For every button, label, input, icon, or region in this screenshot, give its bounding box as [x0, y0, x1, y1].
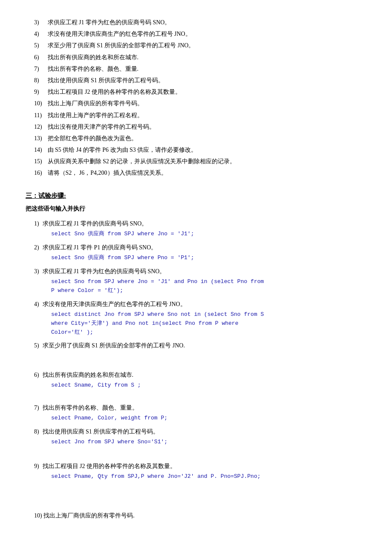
step-4: 4) 求没有使用天津供应商生产的红色零件的工程号 JNO。 select dis…: [26, 299, 366, 337]
step-1-code: select Sno 供应商 from SPJ where Jno = 'J1'…: [51, 230, 366, 239]
step-2-desc: 求供应工程 J1 零件 P1 的供应商号码 SNO。: [43, 244, 157, 251]
experiment-steps: 1) 求供应工程 J1 零件的供应商号码 SNO。 select Sno 供应商…: [26, 218, 366, 521]
step-4-code-line2: where City='天津') and Pno not in(select P…: [51, 319, 366, 328]
intro-item-8: 8) 找出使用供应商 S1 所供应零件的工程号码。: [34, 75, 366, 86]
step-4-desc: 求没有使用天津供应商生产的红色零件的工程号 JNO。: [43, 301, 186, 307]
subsection-title: 把这些语句输入并执行: [26, 203, 366, 214]
intro-num-14: 14): [34, 145, 46, 155]
step-10-desc: 找出上海厂商供应的所有零件号码.: [43, 512, 135, 519]
intro-item-13: 13) 把全部红色零件的颜色改为蓝色。: [34, 133, 366, 144]
intro-text-10: 找出上海厂商供应的所有零件号码。: [48, 100, 143, 107]
step-10: 10) 找出上海厂商供应的所有零件号码.: [26, 510, 366, 521]
step-7-num: 7): [26, 402, 41, 413]
intro-num-4: 4): [34, 29, 46, 39]
step-2: 2) 求供应工程 J1 零件 P1 的供应商号码 SNO。 select Sno…: [26, 242, 366, 263]
intro-num-11: 11): [34, 110, 46, 121]
intro-num-8: 8): [34, 75, 46, 86]
intro-text-6: 找出所有供应商的姓名和所在城市.: [48, 54, 139, 61]
step-5-desc: 求至少用了供应商 S1 所供应的全部零件的工程号 JNO.: [43, 342, 185, 349]
step-6-desc: 找出所有供应商的姓名和所在城市.: [43, 372, 134, 378]
intro-num-15: 15): [34, 156, 46, 167]
step-1-num: 1): [26, 218, 41, 229]
intro-list: 3) 求供应工程 J1 零件为红色的供应商号码 SNO。 4) 求没有使用天津供…: [26, 17, 366, 179]
intro-text-3: 求供应工程 J1 零件为红色的供应商号码 SNO。: [48, 19, 171, 26]
intro-item-9: 9) 找出工程项目 J2 使用的各种零件的名称及其数量。: [34, 87, 366, 97]
step-1-code-line1: select Sno 供应商 from SPJ where Jno = 'J1'…: [51, 231, 194, 237]
step-8-code: select Jno from SPJ where Sno='S1';: [51, 438, 366, 447]
step-8-num: 8): [26, 426, 41, 437]
step-9: 9) 找出工程项目 J2 使用的各种零件的名称及其数量。 select Pnam…: [26, 461, 366, 481]
step-1: 1) 求供应工程 J1 零件的供应商号码 SNO。 select Sno 供应商…: [26, 218, 366, 239]
step-7: 7) 找出所有零件的名称、颜色、重量。 select Pname, Color,…: [26, 402, 366, 423]
intro-item-11: 11) 找出使用上海产的零件的工程名程。: [34, 110, 366, 121]
step-9-code-line1: select Pname, Qty from SPJ,P where Jno='…: [51, 473, 260, 480]
intro-num-3: 3): [34, 17, 46, 28]
intro-text-4: 求没有使用天津供应商生产的红色零件的工程号 JNO。: [48, 31, 191, 37]
step-9-desc: 找出工程项目 J2 使用的各种零件的名称及其数量。: [43, 463, 176, 469]
step-8: 8) 找出使用供应商 S1 所供应零件的工程号码。 select Jno fro…: [26, 426, 366, 447]
step-9-num: 9): [26, 461, 41, 471]
step-3-code-line2: P where Color = '红');: [51, 286, 366, 295]
step-8-code-line1: select Jno from SPJ where Sno='S1';: [51, 439, 167, 445]
step-6-code-line1: select Sname, City from S ;: [51, 382, 141, 388]
intro-text-7: 找出所有零件的名称、颜色、重量.: [48, 66, 139, 72]
step-3-num: 3): [26, 266, 41, 277]
intro-item-14: 14) 由 S5 供给 J4 的零件 P6 改为由 S3 供应，请作必要修改。: [34, 145, 366, 155]
step-4-code-line1: select distinct Jno from SPJ where Sno n…: [51, 310, 366, 319]
step-6-code: select Sname, City from S ;: [51, 381, 366, 390]
intro-item-4: 4) 求没有使用天津供应商生产的红色零件的工程号 JNO。: [34, 29, 366, 39]
step-5-num: 5): [26, 340, 41, 351]
intro-num-10: 10): [34, 98, 46, 109]
intro-num-7: 7): [34, 64, 46, 74]
step-3-desc: 求供应工程 J1 零件为红色的供应商号码 SNO。: [43, 268, 166, 275]
intro-item-5: 5) 求至少用了供应商 S1 所供应的全部零件的工程号 JNO。: [34, 40, 366, 51]
intro-num-16: 16): [34, 168, 46, 178]
intro-item-10: 10) 找出上海厂商供应的所有零件号码。: [34, 98, 366, 109]
intro-text-9: 找出工程项目 J2 使用的各种零件的名称及其数量。: [48, 89, 181, 95]
intro-num-13: 13): [34, 133, 46, 144]
step-5: 5) 求至少用了供应商 S1 所供应的全部零件的工程号 JNO.: [26, 340, 366, 351]
step-3-code-line1: select Sno from SPJ where Jno = 'J1' and…: [51, 278, 366, 286]
step-6: 6) 找出所有供应商的姓名和所在城市. select Sname, City f…: [26, 370, 366, 390]
intro-text-15: 从供应商关系中删除 S2 的记录，并从供应情况关系中删除相应的记录。: [48, 158, 236, 165]
step-3: 3) 求供应工程 J1 零件为红色的供应商号码 SNO。 select Sno …: [26, 266, 366, 295]
intro-text-11: 找出使用上海产的零件的工程名程。: [48, 112, 143, 119]
intro-text-14: 由 S5 供给 J4 的零件 P6 改为由 S3 供应，请作必要修改。: [48, 147, 197, 153]
section3-title: 三：试验步骤:: [26, 190, 366, 202]
step-2-num: 2): [26, 242, 41, 253]
step-4-code: select distinct Jno from SPJ where Sno n…: [51, 310, 366, 337]
step-2-code-line1: select Sno 供应商 from SPJ where Pno = 'P1'…: [51, 254, 194, 261]
step-7-desc: 找出所有零件的名称、颜色、重量。: [43, 405, 138, 411]
step-2-code: select Sno 供应商 from SPJ where Pno = 'P1'…: [51, 254, 366, 263]
step-4-code-line3: Color='红' );: [51, 328, 366, 337]
intro-item-16: 16) 请将（S2， J6，P4,200）插入供应情况关系。: [34, 168, 366, 178]
intro-text-8: 找出使用供应商 S1 所供应零件的工程号码。: [48, 77, 164, 84]
intro-num-12: 12): [34, 121, 46, 132]
intro-item-6: 6) 找出所有供应商的姓名和所在城市.: [34, 52, 366, 63]
intro-num-9: 9): [34, 87, 46, 97]
intro-text-12: 找出没有使用天津产的零件的工程号码。: [48, 124, 155, 130]
step-4-num: 4): [26, 299, 41, 309]
step-6-num: 6): [26, 370, 41, 380]
step-3-code: select Sno from SPJ where Jno = 'J1' and…: [51, 278, 366, 295]
step-9-code: select Pname, Qty from SPJ,P where Jno='…: [51, 472, 366, 481]
intro-item-7: 7) 找出所有零件的名称、颜色、重量.: [34, 64, 366, 74]
step-10-num: 10): [26, 510, 42, 521]
intro-text-13: 把全部红色零件的颜色改为蓝色。: [48, 135, 137, 142]
intro-item-12: 12) 找出没有使用天津产的零件的工程号码。: [34, 121, 366, 132]
step-7-code: select Pname, Color, weight from P;: [51, 414, 366, 423]
intro-text-16: 请将（S2， J6，P4,200）插入供应情况关系。: [48, 170, 167, 176]
intro-item-15: 15) 从供应商关系中删除 S2 的记录，并从供应情况关系中删除相应的记录。: [34, 156, 366, 167]
intro-num-5: 5): [34, 40, 46, 51]
step-1-desc: 求供应工程 J1 零件的供应商号码 SNO。: [43, 220, 148, 227]
intro-text-5: 求至少用了供应商 S1 所供应的全部零件的工程号 JNO。: [48, 42, 195, 49]
step-8-desc: 找出使用供应商 S1 所供应零件的工程号码。: [43, 428, 159, 435]
intro-num-6: 6): [34, 52, 46, 63]
intro-item-3: 3) 求供应工程 J1 零件为红色的供应商号码 SNO。: [34, 17, 366, 28]
step-7-code-line1: select Pname, Color, weight from P;: [51, 415, 167, 421]
